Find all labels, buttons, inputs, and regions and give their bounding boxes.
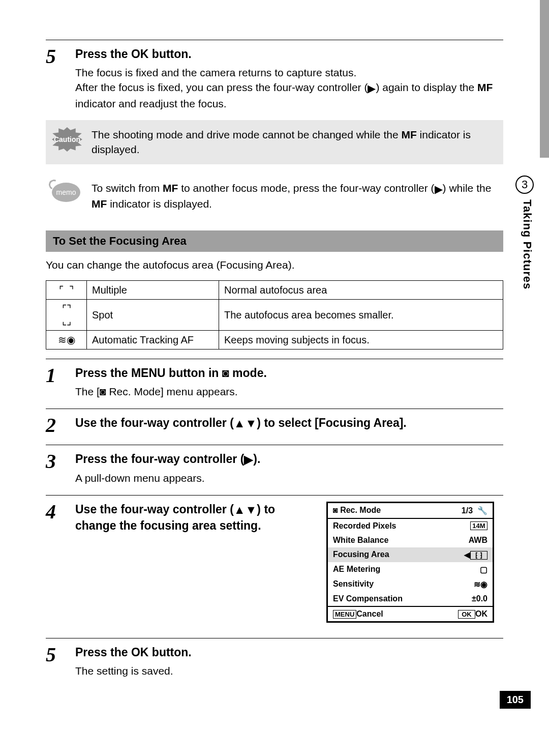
step-heading: Press the MENU button in ◙ mode. bbox=[75, 365, 503, 381]
focusing-area-table: ⌜ ⌝ Multiple Normal autofocus area ⌜⌝⌞⌟ … bbox=[46, 280, 503, 350]
memo-icon: memo bbox=[52, 183, 80, 202]
ok-label: OK bbox=[131, 47, 149, 61]
left-triangle-icon: ◀ bbox=[464, 550, 470, 559]
page-number: 105 bbox=[500, 691, 531, 709]
step-5-bottom: 5 Press the OK button. The setting is sa… bbox=[46, 638, 503, 678]
af-spot-icon: ⌜⌝⌞⌟ bbox=[62, 303, 71, 327]
up-down-triangle-icon: ▲▼ bbox=[234, 416, 257, 431]
table-row: ⌜⌝⌞⌟ Spot The autofocus area becomes sma… bbox=[46, 300, 503, 331]
step-number: 5 bbox=[46, 645, 66, 678]
camera-icon: ◙ bbox=[222, 366, 229, 380]
af-name: Multiple bbox=[87, 281, 219, 300]
table-row: ⌜ ⌝ Multiple Normal autofocus area bbox=[46, 281, 503, 300]
step-heading: Press the four-way controller (▶). bbox=[75, 451, 503, 468]
lcd-value: ⁅ ⁆ bbox=[470, 551, 487, 560]
step-heading: Press the OK button. bbox=[75, 645, 503, 660]
step-heading: Press the OK button. bbox=[75, 46, 503, 62]
af-name: Spot bbox=[87, 300, 219, 331]
ok-box-icon: OK bbox=[458, 610, 475, 619]
lcd-footer: MENUCancel OKOK bbox=[328, 606, 493, 621]
lcd-value: ±0.0 bbox=[472, 594, 487, 603]
mf-label: MF bbox=[477, 81, 493, 93]
step-number: 1 bbox=[46, 365, 66, 399]
mf-label: MF bbox=[401, 129, 416, 140]
step-number: 5 bbox=[46, 46, 66, 111]
right-triangle-icon: ▶ bbox=[244, 452, 253, 468]
lcd-value: ≋◉ bbox=[474, 579, 487, 589]
menu-label: MENU bbox=[131, 366, 166, 380]
lcd-value: 14M bbox=[470, 521, 487, 530]
step-body-text: The [◙ Rec. Mode] menu appears. bbox=[75, 384, 503, 399]
menu-box-icon: MENU bbox=[333, 610, 356, 619]
af-desc: The autofocus area becomes smaller. bbox=[219, 300, 503, 331]
caution-note: Caution The shooting mode and drive mode… bbox=[46, 120, 503, 164]
table-row: ≋◉ Automatic Tracking AF Keeps moving su… bbox=[46, 331, 503, 350]
af-desc: Keeps moving subjects in focus. bbox=[219, 331, 503, 350]
mf-label: MF bbox=[92, 198, 107, 210]
step-body-text: The focus is fixed and the camera return… bbox=[75, 65, 503, 111]
step-number: 2 bbox=[46, 415, 66, 435]
step-body-text: The setting is saved. bbox=[75, 663, 503, 678]
memo-note: memo To switch from MF to another focus … bbox=[46, 173, 503, 219]
af-multiple-icon: ⌜ ⌝ bbox=[59, 284, 74, 296]
camera-icon: ◙ bbox=[333, 506, 338, 514]
step-body-text: A pull-down menu appears. bbox=[75, 471, 503, 485]
lcd-row: White Balance AWB bbox=[328, 533, 493, 547]
af-tracking-icon: ≋◉ bbox=[58, 334, 75, 346]
lcd-header: ◙ Rec. Mode 1/3 🔧 bbox=[328, 503, 493, 519]
step-number: 4 bbox=[46, 502, 66, 623]
up-down-triangle-icon: ▲▼ bbox=[234, 502, 257, 518]
lcd-value: AWB bbox=[469, 536, 487, 545]
caution-text: The shooting mode and drive mode cannot … bbox=[92, 127, 497, 157]
step-4: 4 ◙ Rec. Mode 1/3 🔧 Recorded Pixels 14M … bbox=[46, 495, 503, 623]
step-heading: Use the four-way controller (▲▼) to sele… bbox=[75, 415, 503, 431]
step-1: 1 Press the MENU button in ◙ mode. The [… bbox=[46, 359, 503, 399]
lcd-screenshot: ◙ Rec. Mode 1/3 🔧 Recorded Pixels 14M Wh… bbox=[326, 502, 494, 623]
lcd-row-selected: Focusing Area ◀⁅ ⁆ bbox=[328, 547, 493, 562]
page-content: 5 Press the OK button. The focus is fixe… bbox=[0, 0, 549, 724]
lcd-row: AE Metering ▢ bbox=[328, 562, 493, 577]
lcd-row: Recorded Pixels 14M bbox=[328, 519, 493, 533]
lcd-row: Sensitivity ≋◉ bbox=[328, 577, 493, 592]
caution-icon: Caution bbox=[52, 127, 82, 152]
step-3: 3 Press the four-way controller (▶). A p… bbox=[46, 445, 503, 486]
ok-label: OK bbox=[131, 646, 149, 659]
right-triangle-icon: ▶ bbox=[368, 81, 376, 96]
af-name: Automatic Tracking AF bbox=[87, 331, 219, 350]
right-triangle-icon: ▶ bbox=[435, 182, 443, 196]
step-5-top: 5 Press the OK button. The focus is fixe… bbox=[46, 40, 503, 111]
wrench-icon: 🔧 bbox=[477, 506, 487, 515]
section-heading: To Set the Focusing Area bbox=[46, 230, 503, 252]
section-intro: You can change the autofocus area (Focus… bbox=[46, 259, 503, 271]
memo-text: To switch from MF to another focus mode,… bbox=[92, 181, 497, 212]
mf-label: MF bbox=[163, 182, 178, 194]
lcd-value: ▢ bbox=[480, 565, 487, 574]
af-desc: Normal autofocus area bbox=[219, 281, 503, 300]
lcd-row: EV Compensation ±0.0 bbox=[328, 592, 493, 606]
camera-icon: ◙ bbox=[100, 386, 106, 397]
step-number: 3 bbox=[46, 451, 66, 486]
step-2: 2 Use the four-way controller (▲▼) to se… bbox=[46, 409, 503, 435]
